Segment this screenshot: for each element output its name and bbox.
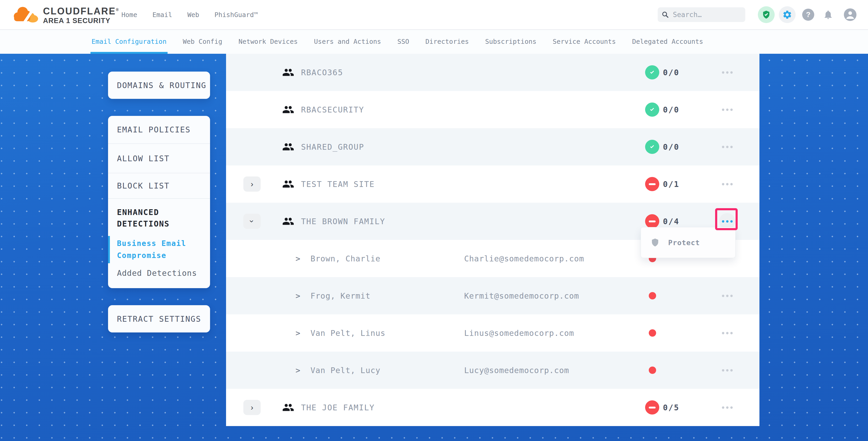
group-row: RBACO365 0/0 (226, 54, 760, 91)
chevron-right-icon[interactable] (296, 352, 300, 389)
member-name[interactable]: Frog, Kermit (310, 277, 371, 314)
row-actions-button[interactable] (719, 139, 735, 155)
protection-count: 0/5 (663, 389, 679, 426)
shield-icon (650, 238, 660, 247)
protection-count: 0/0 (663, 128, 679, 165)
group-row: › TEST TEAM SITE 0/1 (226, 165, 760, 203)
group-name[interactable]: THE BROWN FAMILY (301, 203, 385, 240)
row-actions-button[interactable] (719, 288, 735, 304)
chevron-right-icon[interactable] (296, 277, 300, 314)
member-email: Kermit@somedemocorp.com (464, 277, 579, 314)
search-icon (661, 11, 669, 19)
brand-name: CLOUDFLARE (43, 6, 116, 17)
shield-check-icon[interactable] (758, 6, 775, 23)
row-actions-button[interactable] (719, 64, 735, 81)
cloudflare-logo: CLOUDFLARE® AREA 1 SECURITY (12, 0, 119, 29)
group-icon (282, 66, 294, 78)
group-name[interactable]: THE JOE FAMILY (301, 389, 375, 426)
member-name[interactable]: Brown, Charlie (310, 240, 380, 277)
app-screen: CLOUDFLARE® AREA 1 SECURITY Home Email W… (0, 0, 868, 441)
member-row: Van Pelt, Linus Linus@somedemocorp.com (226, 314, 760, 352)
row-actions-button[interactable] (719, 399, 735, 416)
tab-directories[interactable]: Directories (425, 29, 469, 54)
status-badge-protected (645, 140, 659, 154)
member-email: Linus@somedemocorp.com (464, 314, 574, 352)
protection-count: 0/1 (663, 165, 679, 203)
member-row: Frog, Kermit Kermit@somedemocorp.com (226, 277, 760, 314)
sidebar-item-enhanced-detections[interactable]: ENHANCED DETECTIONS (117, 207, 200, 230)
search-box[interactable] (658, 7, 745, 22)
registered-mark: ® (116, 8, 119, 12)
group-icon (282, 401, 294, 413)
member-email: Lucy@somedemocorp.com (464, 352, 569, 389)
expand-toggle-button[interactable]: › (243, 400, 261, 415)
search-input[interactable] (672, 10, 742, 19)
member-email: Charlie@somedemocorp.com (464, 240, 584, 277)
row-actions-button[interactable] (719, 362, 735, 378)
nav-link-email[interactable]: Email (152, 11, 172, 19)
status-dot-unprotected (649, 292, 656, 300)
cloudflare-cloud-icon (12, 4, 40, 26)
group-row: SHARED_GROUP 0/0 (226, 128, 760, 165)
collapse-toggle-button[interactable]: › (243, 214, 261, 229)
protection-count: 0/0 (663, 54, 679, 91)
gear-icon[interactable] (779, 6, 796, 23)
sidebar-item-business-email-compromise[interactable]: Business Email Compromise (108, 236, 210, 263)
sidebar-card-domains-routing[interactable]: DOMAINS & ROUTING (108, 71, 210, 99)
group-icon (282, 178, 294, 190)
nav-link-web[interactable]: Web (187, 11, 199, 19)
status-dot-unprotected (649, 367, 656, 374)
expand-toggle-button[interactable]: › (243, 177, 261, 192)
tab-service-accounts[interactable]: Service Accounts (553, 29, 616, 54)
nav-link-phishguard[interactable]: PhishGuard™ (215, 11, 258, 19)
status-badge-unprotected (645, 400, 659, 414)
primary-nav-links: Home Email Web PhishGuard™ (121, 0, 258, 29)
member-name[interactable]: Van Pelt, Lucy (310, 352, 380, 389)
group-name[interactable]: SHARED_GROUP (301, 128, 364, 165)
chevron-right-icon[interactable] (296, 314, 300, 352)
sidebar-item-added-detections[interactable]: Added Detections (117, 269, 200, 278)
tab-subscriptions[interactable]: Subscriptions (485, 29, 536, 54)
sidebar-item-retract-settings[interactable]: RETRACT SETTINGS (108, 314, 201, 323)
sidebar-item-block-list[interactable]: BLOCK LIST (108, 173, 210, 199)
row-actions-button[interactable] (719, 101, 735, 118)
tab-email-configuration[interactable]: Email Configuration (92, 29, 166, 54)
account-icon[interactable] (844, 8, 857, 21)
protection-count: 0/0 (663, 91, 679, 128)
sidebar-item-allow-list[interactable]: ALLOW LIST (108, 144, 210, 173)
member-name[interactable]: Van Pelt, Linus (310, 314, 385, 352)
group-name[interactable]: RBACO365 (301, 54, 343, 91)
member-row: Van Pelt, Lucy Lucy@somedemocorp.com (226, 352, 760, 389)
row-actions-menu: Protect (641, 227, 736, 258)
group-name[interactable]: TEST TEAM SITE (301, 165, 375, 203)
nav-link-home[interactable]: Home (121, 11, 137, 19)
help-icon[interactable] (802, 9, 814, 21)
status-dot-unprotected (649, 329, 656, 337)
sidebar-item-domains-routing[interactable]: DOMAINS & ROUTING (108, 81, 206, 90)
row-actions-button[interactable] (719, 176, 735, 192)
group-icon (282, 103, 294, 116)
row-actions-button[interactable] (719, 325, 735, 341)
status-badge-unprotected (645, 177, 659, 191)
group-icon (282, 141, 294, 153)
group-row: › THE JOE FAMILY 0/5 (226, 389, 760, 426)
tab-users-and-actions[interactable]: Users and Actions (314, 29, 381, 54)
bell-icon[interactable] (823, 9, 834, 20)
status-badge-unprotected (645, 214, 659, 228)
brand-subtitle: AREA 1 SECURITY (43, 17, 119, 25)
tab-delegated-accounts[interactable]: Delegated Accounts (632, 29, 703, 54)
tab-network-devices[interactable]: Network Devices (239, 29, 298, 54)
group-icon (282, 215, 294, 227)
group-name[interactable]: RBACSECURITY (301, 91, 364, 128)
tab-web-config[interactable]: Web Config (183, 29, 222, 54)
tab-sso[interactable]: SSO (397, 29, 409, 54)
chevron-right-icon[interactable] (296, 240, 300, 277)
status-badge-protected (645, 102, 659, 117)
section-tabs: Email Configuration Web Config Network D… (0, 29, 868, 54)
sidebar-card-retract-settings[interactable]: RETRACT SETTINGS (108, 305, 210, 333)
group-row: RBACSECURITY 0/0 (226, 91, 760, 128)
sidebar-card-policies: EMAIL POLICIES ALLOW LIST BLOCK LIST ENH… (108, 116, 210, 288)
menu-item-protect[interactable]: Protect (668, 239, 700, 247)
top-nav: CLOUDFLARE® AREA 1 SECURITY Home Email W… (0, 0, 868, 30)
sidebar-item-email-policies[interactable]: EMAIL POLICIES (108, 116, 210, 144)
